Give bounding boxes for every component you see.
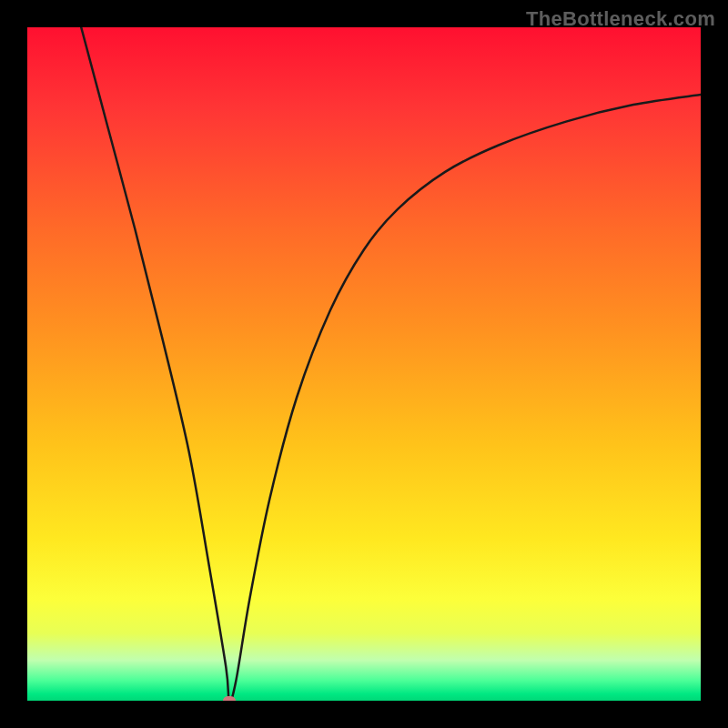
watermark-text: TheBottleneck.com	[526, 7, 715, 31]
plot-area	[27, 27, 701, 701]
bottleneck-curve	[27, 27, 701, 701]
chart-container: TheBottleneck.com	[0, 0, 728, 728]
minimum-marker	[223, 696, 236, 701]
